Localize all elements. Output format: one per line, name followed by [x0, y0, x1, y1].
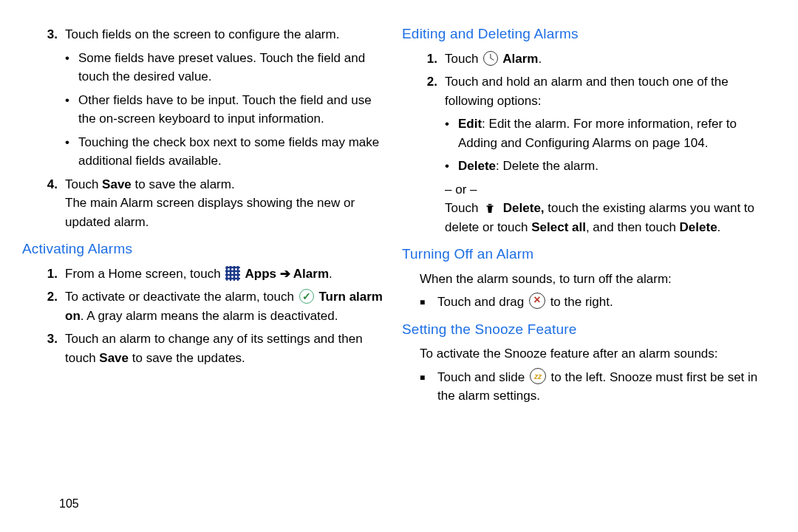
save-label: Save	[99, 351, 129, 365]
bullet-text: Some fields have preset values. Touch th…	[78, 49, 386, 86]
edit-step-1: 1. Touch Alarm.	[420, 50, 776, 69]
left-column: 3. Touch fields on the screen to configu…	[22, 24, 399, 514]
select-all-label: Select all	[531, 220, 586, 234]
step-number: 4.	[40, 175, 65, 194]
text: Touch	[445, 201, 482, 215]
step-text: To activate or deactivate the alarm, tou…	[65, 287, 386, 325]
text: : Delete the alarm.	[496, 159, 598, 173]
arrow-icon: ➔	[276, 267, 293, 281]
step-text: Touch Save to save the alarm. The main A…	[65, 175, 386, 232]
delete-label: Delete,	[499, 201, 544, 215]
bullet-text: Delete: Delete the alarm.	[458, 157, 776, 176]
text: Touch and slide	[437, 370, 528, 384]
delete-label: Delete	[680, 220, 717, 234]
bullet-text: Touch and drag to the right.	[437, 293, 776, 312]
step-number: 3.	[40, 330, 65, 349]
text: From a Home screen, touch	[65, 267, 224, 281]
step-3-bullet-1: • Some fields have preset values. Touch …	[65, 49, 386, 86]
snooze-intro: To activate the Snooze feature after an …	[420, 344, 776, 364]
step-text: Touch fields on the screen to configure …	[65, 25, 386, 44]
snooze-bullet: ■ Touch and slide to the left. Snooze mu…	[420, 368, 776, 406]
bullet-dot: •	[445, 115, 458, 134]
step-number: 2.	[40, 287, 65, 307]
activating-step-2: 2. To activate or deactivate the alarm, …	[40, 287, 386, 325]
step-text: Touch Alarm.	[445, 50, 776, 69]
bullet-dot: •	[65, 91, 78, 110]
step-3: 3. Touch fields on the screen to configu…	[40, 25, 386, 44]
delete-label: Delete	[458, 159, 496, 173]
step-3-bullet-3: • Touching the check box next to some fi…	[65, 133, 386, 171]
save-label: Save	[102, 177, 132, 191]
apps-label: Apps	[242, 267, 276, 281]
text: to save the updates.	[129, 351, 245, 365]
text: Touch	[445, 52, 482, 66]
text: , and then touch	[586, 220, 680, 234]
text: to save the alarm.	[132, 177, 235, 191]
bullet-dot: •	[445, 157, 458, 176]
step-number: 2.	[420, 72, 445, 92]
bullet-text: Touch and slide to the left. Snooze must…	[437, 368, 776, 406]
manual-page: 3. Touch fields on the screen to configu…	[0, 0, 798, 532]
text: : Edit the alarm. For more information, …	[482, 117, 737, 131]
dismiss-circle-x-icon	[529, 293, 545, 309]
alarm-toggle-icon	[299, 289, 314, 304]
edit-label: Edit	[458, 117, 482, 131]
text: Touch and drag	[437, 295, 528, 309]
period: .	[717, 220, 721, 234]
heading-activating-alarms: Activating Alarms	[22, 239, 386, 260]
heading-editing-deleting-alarms: Editing and Deleting Alarms	[402, 24, 776, 45]
bullet-dot: •	[65, 133, 78, 152]
alarm-clock-icon	[483, 51, 498, 66]
step-text: From a Home screen, touch Apps ➔ Alarm.	[65, 265, 386, 284]
text: . A gray alarm means the alarm is deacti…	[81, 309, 338, 323]
activating-step-1: 1. From a Home screen, touch Apps ➔ Alar…	[40, 265, 386, 284]
text: to the right.	[547, 295, 613, 309]
step-number: 3.	[40, 25, 65, 44]
step-number: 1.	[420, 50, 445, 69]
step-text: Touch and hold an alarm and then touch o…	[445, 72, 776, 110]
bullet-dot: •	[65, 49, 78, 68]
apps-grid-icon	[225, 266, 240, 281]
or-divider: – or –	[445, 180, 776, 200]
text: on page 104.	[631, 136, 708, 150]
page-number: 105	[59, 495, 79, 513]
edit-bullet-edit: • Edit: Edit the alarm. For more informa…	[445, 115, 776, 152]
alarm-label: Alarm	[499, 52, 538, 66]
step-3-bullet-2: • Other fields have to be input. Touch t…	[65, 91, 386, 129]
bullet-text: Touching the check box next to some fiel…	[78, 133, 386, 171]
off-intro: When the alarm sounds, to turn off the a…	[420, 270, 776, 289]
text: Touch	[65, 177, 102, 191]
square-bullet-icon: ■	[420, 368, 437, 384]
off-bullet: ■ Touch and drag to the right.	[420, 293, 776, 312]
heading-snooze-feature: Setting the Snooze Feature	[402, 319, 776, 341]
ref-text: Adding and Configuring Alarms	[458, 136, 631, 150]
step-number: 1.	[40, 265, 65, 284]
snooze-circle-zz-icon	[530, 368, 546, 384]
step-text: Touch an alarm to change any of its sett…	[65, 330, 386, 367]
edit-bullet-delete: • Delete: Delete the alarm.	[445, 157, 776, 176]
trash-icon	[483, 202, 498, 216]
heading-turning-off-alarm: Turning Off an Alarm	[402, 244, 776, 265]
delete-alt-instruction: Touch Delete, touch the existing alarms …	[445, 199, 776, 236]
activating-step-3: 3. Touch an alarm to change any of its s…	[40, 330, 386, 367]
step-4-line2: The main Alarm screen displays showing t…	[65, 194, 386, 231]
period: .	[538, 52, 542, 66]
alarm-label: Alarm	[293, 267, 329, 281]
right-column: Editing and Deleting Alarms 1. Touch Ala…	[399, 24, 776, 514]
square-bullet-icon: ■	[420, 293, 437, 309]
bullet-text: Other fields have to be input. Touch the…	[78, 91, 386, 129]
period: .	[329, 267, 332, 281]
bullet-text: Edit: Edit the alarm. For more informati…	[458, 115, 776, 152]
step-4: 4. Touch Save to save the alarm. The mai…	[40, 175, 386, 232]
text: To activate or deactivate the alarm, tou…	[65, 290, 298, 304]
edit-step-2: 2. Touch and hold an alarm and then touc…	[420, 72, 776, 110]
